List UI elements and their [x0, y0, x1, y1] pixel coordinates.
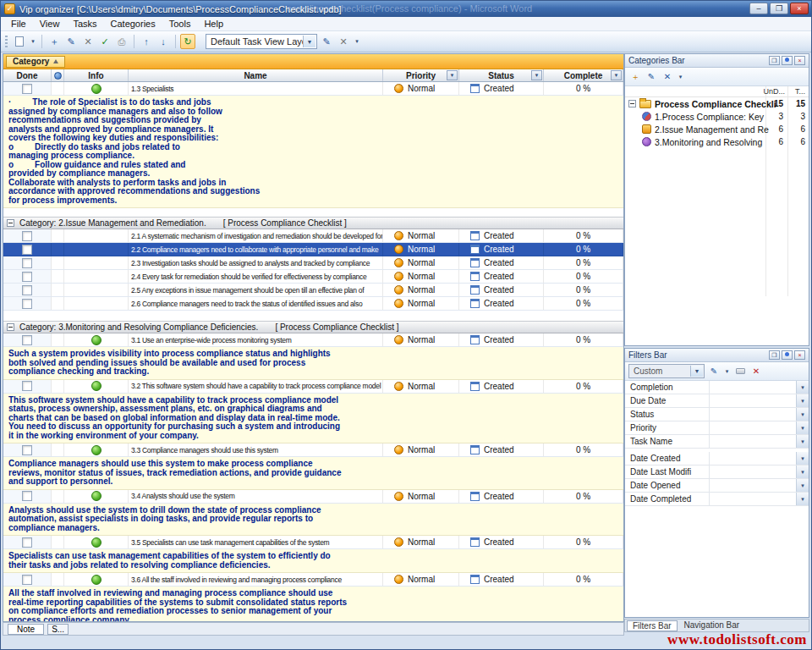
note-tab[interactable]: Note	[8, 624, 44, 635]
done-checkbox[interactable]	[22, 445, 32, 455]
done-checkbox[interactable]	[22, 258, 32, 268]
task-row[interactable]: 2.6 Compliance managers need to track th…	[3, 297, 623, 311]
task-note[interactable]: Such a system provides visibility into p…	[3, 347, 623, 380]
filter-dropdown-icon[interactable]: ▼	[796, 435, 809, 448]
task-name[interactable]: 3.1 Use an enterprise-wide process monit…	[129, 333, 383, 346]
task-name[interactable]: 3.6 All the staff involved in reviewing …	[129, 573, 383, 586]
task-row[interactable]: 3.2 This software system should have a c…	[3, 380, 623, 394]
column-header-priority[interactable]: Priority ▼	[383, 69, 459, 81]
edit-layout-icon[interactable]: ✎	[319, 34, 334, 49]
filter-dropdown-icon[interactable]: ▼	[796, 452, 809, 465]
done-checkbox[interactable]	[22, 272, 32, 282]
task-note[interactable]: Compliance managers should use this syst…	[3, 457, 623, 490]
category-group-row[interactable]: Category: 2.Issue Management and Remedia…	[3, 217, 623, 229]
print-icon[interactable]: ⎙	[114, 34, 129, 49]
refresh-icon[interactable]: ↻	[180, 34, 195, 49]
filter-row[interactable]: Date Opened ▼	[625, 479, 809, 493]
task-row[interactable]: 3.5 Specialists can use task management …	[3, 536, 623, 549]
menu-view[interactable]: View	[33, 18, 67, 30]
filter-options-dropdown[interactable]: ▾	[723, 365, 731, 378]
column-header-complete[interactable]: Complete ▼	[544, 69, 623, 81]
task-note[interactable]: Analysts should use the system to drill …	[3, 504, 623, 537]
complete-cell[interactable]: 0 %	[544, 443, 623, 456]
add-category-icon[interactable]: ＋	[628, 70, 642, 84]
erase-filter-icon[interactable]	[733, 365, 747, 378]
filter-value[interactable]	[710, 394, 796, 407]
filter-row[interactable]: Due Date ▼	[625, 394, 809, 408]
task-name[interactable]: 2.6 Compliance managers need to track th…	[129, 297, 383, 310]
total-column-header[interactable]: T...	[795, 87, 805, 96]
filter-value[interactable]	[710, 465, 796, 478]
priority-cell[interactable]: Normal	[383, 256, 459, 269]
complete-cell[interactable]: 0 %	[544, 490, 623, 503]
priority-cell[interactable]: Normal	[383, 297, 459, 310]
filter-dropdown-icon[interactable]: ▼	[796, 421, 809, 434]
filter-dropdown-icon[interactable]: ▼	[796, 394, 809, 407]
close-layout-icon[interactable]: ✕	[336, 34, 351, 49]
collapse-tree-icon[interactable]	[628, 100, 636, 107]
status-cell[interactable]: Created	[459, 256, 544, 269]
tree-item-category[interactable]: 2.Issue Management and Re 6 6	[625, 123, 809, 135]
task-row[interactable]: 2.3 Investigation tasks should be assign…	[3, 256, 623, 270]
filter-dropdown-icon[interactable]: ▼	[796, 381, 809, 394]
status-cell[interactable]: Created	[459, 536, 544, 548]
s-tab[interactable]: S...	[47, 624, 69, 635]
task-name[interactable]: 2.1 A systematic mechanism of investigat…	[129, 229, 383, 242]
complete-cell[interactable]: 0 %	[544, 380, 623, 393]
task-row-selected[interactable]: 2.2 Compliance managers need to collabor…	[3, 243, 623, 256]
remove-filter-icon[interactable]: ✕	[749, 365, 763, 378]
filter-row[interactable]: Date Completed ▼	[625, 493, 809, 506]
task-row[interactable]: 2.4 Every task for remediation should be…	[3, 270, 623, 284]
filter-value[interactable]	[710, 421, 796, 434]
toolbar-options-dropdown[interactable]: ▾	[353, 34, 361, 49]
filter-dropdown-icon[interactable]: ▼	[796, 465, 809, 478]
column-header-info[interactable]: Info	[64, 69, 129, 81]
task-name[interactable]: 1.3 Specialists	[129, 82, 383, 95]
menu-categories[interactable]: Categories	[104, 18, 162, 30]
complete-cell[interactable]: 0 %	[544, 270, 623, 283]
column-header-status[interactable]: Status ▼	[459, 69, 544, 81]
status-filter-button[interactable]: ▼	[531, 70, 542, 80]
filter-value[interactable]	[710, 435, 796, 448]
move-up-icon[interactable]: ↑	[139, 34, 154, 49]
task-note[interactable]: This software system should have a capab…	[3, 394, 623, 444]
edit-filter-icon[interactable]: ✎	[707, 365, 721, 378]
move-down-icon[interactable]: ↓	[156, 34, 171, 49]
add-task-icon[interactable]: ＋	[47, 34, 62, 49]
priority-cell[interactable]: Normal	[383, 490, 459, 503]
priority-filter-button[interactable]: ▼	[447, 70, 458, 80]
filter-value[interactable]	[710, 452, 796, 465]
tab-filters-bar[interactable]: Filters Bar	[627, 620, 678, 631]
filter-row[interactable]: Date Last Modifi ▼	[625, 465, 809, 479]
task-row[interactable]: 3.4 Analysts should use the system Norma…	[3, 490, 623, 504]
status-cell[interactable]: Created	[459, 297, 544, 310]
status-cell[interactable]: Created	[459, 573, 544, 586]
task-row[interactable]: 2.5 Any exceptions in issue management s…	[3, 284, 623, 297]
done-checkbox[interactable]	[22, 299, 32, 309]
priority-cell[interactable]: Normal	[383, 573, 459, 586]
combo-dropdown-icon[interactable]: ▼	[690, 366, 703, 377]
column-header-done[interactable]: Done	[3, 69, 52, 81]
complete-cell[interactable]: 0 %	[544, 333, 623, 346]
priority-cell[interactable]: Normal	[383, 536, 459, 548]
complete-cell[interactable]: 0 %	[544, 229, 623, 242]
priority-cell[interactable]: Normal	[383, 380, 459, 393]
status-cell[interactable]: Created	[459, 270, 544, 283]
complete-cell[interactable]: 0 %	[544, 243, 623, 256]
status-cell[interactable]: Created	[459, 380, 544, 393]
task-name[interactable]: 2.2 Compliance managers need to collabor…	[129, 243, 383, 256]
combo-dropdown-icon[interactable]: ▼	[303, 36, 315, 47]
task-note[interactable]: All the staff involved in reviewing and …	[3, 587, 623, 621]
panel-close-icon[interactable]: ×	[794, 56, 805, 65]
panel-close-icon[interactable]: ×	[794, 350, 805, 360]
delete-category-icon[interactable]: ✕	[661, 70, 674, 84]
edit-category-icon[interactable]: ✎	[645, 70, 658, 84]
status-cell[interactable]: Created	[459, 443, 544, 456]
maximize-button[interactable]: ❒	[770, 3, 788, 14]
task-name[interactable]: 2.3 Investigation tasks should be assign…	[129, 256, 383, 269]
panel-position-icon[interactable]: ❐	[769, 350, 780, 360]
priority-cell[interactable]: Normal	[383, 82, 459, 95]
complete-cell[interactable]: 0 %	[544, 573, 623, 586]
task-note[interactable]: Specialists can use task management capa…	[3, 549, 623, 573]
panel-position-icon[interactable]: ❐	[769, 56, 780, 65]
